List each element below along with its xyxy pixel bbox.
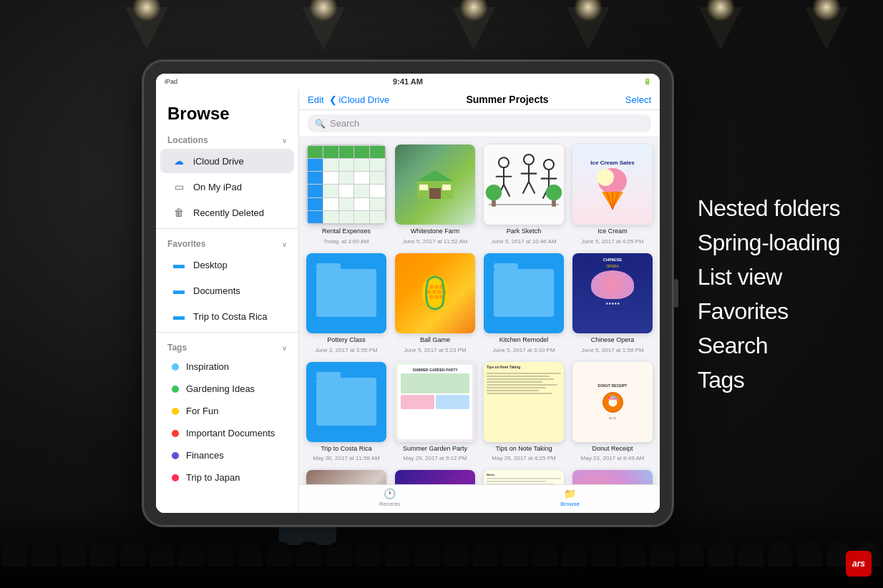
file-name: Summer Garden Party	[403, 445, 467, 453]
file-date: June 5, 2017 at 1:56 PM	[581, 347, 643, 353]
search-input-container[interactable]: 🔍 Search	[308, 114, 651, 132]
donut-thumbnail: DONUT RECEIPT	[572, 362, 653, 442]
sketch-thumbnail	[484, 144, 564, 225]
divider-1	[156, 228, 298, 229]
file-item-chinese-opera[interactable]: CHINESE OPERA ★★★★★ Chinese Opera June 5…	[572, 253, 653, 353]
important-dot	[172, 430, 179, 437]
file-item-pottery-class[interactable]: Pottery Class June 2, 2017 at 3:55 PM	[306, 253, 386, 353]
sidebar-item-trip-japan[interactable]: Trip to Japan	[160, 467, 294, 488]
file-item-photo-2[interactable]	[395, 470, 475, 484]
sidebar-item-recently-deleted[interactable]: 🗑 Recently Deleted	[160, 200, 294, 225]
ipad-label: iPad	[165, 78, 177, 85]
album-thumbnail	[395, 470, 475, 484]
trip-japan-dot	[172, 474, 179, 481]
file-name: Rental Expenses	[322, 227, 371, 235]
file-item-park-sketch[interactable]: Park Sketch June 5, 2017 at 10:46 AM	[484, 144, 564, 245]
file-item-whitestone-farm[interactable]: Whitestone Farm June 5, 2017 at 11:52 AM	[395, 144, 475, 245]
ars-logo: ars	[846, 551, 872, 577]
svg-rect-5	[484, 144, 564, 225]
file-item-ball-game[interactable]: Ball Game June 5, 2017 at 5:23 PM	[395, 253, 475, 353]
nav-edit-button[interactable]: Edit	[308, 94, 323, 105]
corn-thumbnail	[395, 253, 475, 333]
documents-label: Documents	[193, 285, 240, 296]
sidebar-item-inspiration[interactable]: Inspiration	[160, 356, 294, 377]
sidebar-item-trip-costa-rica[interactable]: ▬ Trip to Costa Rica	[160, 304, 294, 328]
ipad-device: iPad 9:41 AM 🔋 Browse Locations ∨	[143, 61, 673, 526]
desktop-folder-icon: ▬	[172, 258, 186, 272]
folder-thumbnail	[306, 253, 386, 333]
file-item-summer-garden-party[interactable]: SUMMER GARDEN PARTY Summer	[395, 362, 475, 462]
sidebar-item-gardening-ideas[interactable]: Gardening Ideas	[160, 378, 294, 399]
svg-point-28	[597, 169, 614, 186]
sidebar-item-desktop[interactable]: ▬ Desktop	[160, 253, 294, 277]
browse-label: Browse	[560, 501, 580, 507]
sidebar-item-icloud-drive[interactable]: ☁ iCloud Drive	[160, 149, 294, 173]
file-item-tips-note-taking[interactable]: Tips on Note Taking	[484, 362, 564, 462]
search-placeholder: Search	[330, 118, 359, 129]
tab-browse[interactable]: 📁 Browse	[546, 486, 594, 509]
svg-point-47	[611, 396, 613, 398]
gardening-dot	[172, 386, 179, 393]
tips-thumbnail: Tips on Note Taking	[484, 362, 564, 442]
svg-point-41	[429, 295, 434, 299]
file-grid: Rental Expenses Today, at 3:00 AM	[299, 137, 660, 484]
svg-point-37	[427, 290, 431, 294]
svg-point-42	[434, 295, 439, 299]
feature-search: Search	[698, 328, 840, 363]
folder-thumbnail-2	[484, 253, 564, 333]
app-content: Browse Locations ∨ ☁ iCloud Drive ▭ On M…	[156, 89, 660, 513]
for-fun-label: For Fun	[186, 406, 219, 416]
icecream-svg: Ice Cream Sales	[587, 156, 638, 213]
feature-favorites: Favorites	[698, 294, 840, 328]
opera-thumbnail: CHINESE OPERA ★★★★★	[572, 253, 653, 333]
file-item-photo-1[interactable]	[306, 470, 386, 484]
locations-section-header: Locations ∨	[156, 128, 298, 148]
sidebar-item-important-documents[interactable]: Important Documents	[160, 423, 294, 444]
food-thumbnail	[306, 470, 386, 484]
inspiration-label: Inspiration	[186, 361, 229, 372]
file-item-kitchen-remodel[interactable]: Kitchen Remodel June 5, 2017 at 3:10 PM	[484, 253, 564, 353]
sidebar-item-on-my-ipad[interactable]: ▭ On My iPad	[160, 175, 294, 199]
file-item-donut-receipt[interactable]: DONUT RECEIPT	[572, 362, 653, 462]
nav-back-label: iCloud Drive	[338, 94, 389, 105]
file-item-photo-4[interactable]	[572, 470, 653, 484]
browse-icon: 📁	[564, 488, 576, 499]
file-item-rental-expenses[interactable]: Rental Expenses Today, at 3:00 AM	[306, 144, 386, 245]
nav-select-button[interactable]: Select	[625, 94, 651, 105]
svg-point-48	[615, 397, 617, 399]
trip-costa-rica-label: Trip to Costa Rica	[193, 311, 268, 322]
farm-thumbnail	[395, 144, 475, 225]
file-name: Park Sketch	[507, 227, 542, 235]
sidebar-item-finances[interactable]: Finances	[160, 445, 294, 466]
sidebar-item-for-fun[interactable]: For Fun	[160, 401, 294, 421]
svg-marker-1	[417, 170, 453, 181]
svg-rect-2	[429, 188, 441, 199]
file-date: June 5, 2017 at 10:46 AM	[491, 238, 556, 245]
status-icons: 🔋	[643, 78, 651, 85]
nav-back-button[interactable]: ❮ iCloud Drive	[329, 94, 389, 105]
svg-point-34	[429, 285, 434, 289]
file-name: Kitchen Remodel	[499, 336, 549, 344]
ipad-power-button	[674, 279, 678, 308]
feature-spring-loading: Spring-loading	[698, 225, 840, 260]
important-documents-label: Important Documents	[186, 428, 275, 438]
locations-label: Locations	[167, 135, 208, 145]
file-item-ice-cream[interactable]: Ice Cream Sales	[572, 144, 653, 245]
file-name: Trip to Costa Rica	[321, 445, 372, 453]
gardening-label: Gardening Ideas	[186, 383, 255, 394]
svg-point-38	[432, 290, 436, 294]
sidebar: Browse Locations ∨ ☁ iCloud Drive ▭ On M…	[156, 89, 299, 513]
sidebar-item-documents[interactable]: ▬ Documents	[160, 278, 294, 303]
battery-icon: 🔋	[643, 78, 651, 85]
feature-tags: Tags	[698, 363, 840, 397]
file-item-trip-costa-rica-folder[interactable]: Trip to Costa Rica May 30, 2017 at 11:58…	[306, 362, 386, 462]
notes-thumbnail-2: Notes	[484, 470, 564, 484]
file-item-photo-3[interactable]: Notes	[484, 470, 564, 484]
nav-title: Summer Projects	[395, 94, 620, 105]
recently-deleted-label: Recently Deleted	[193, 207, 264, 218]
sidebar-title: Browse	[167, 104, 287, 124]
feature-nested-folders: Nested folders	[698, 191, 840, 225]
donut-icon	[600, 390, 625, 415]
file-date: June 2, 2017 at 3:55 PM	[315, 347, 377, 353]
tab-recents[interactable]: 🕐 Recents	[365, 486, 414, 509]
